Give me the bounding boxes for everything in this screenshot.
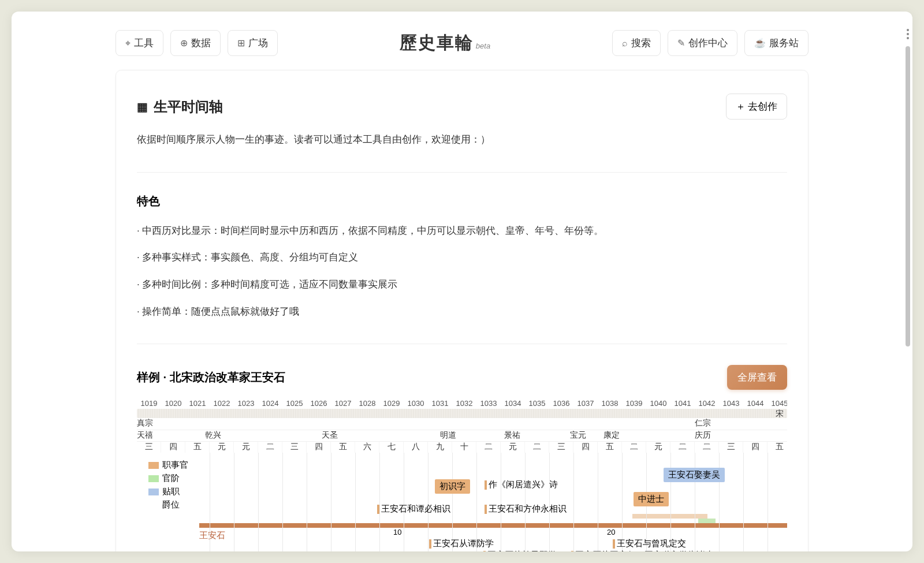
gridline [549,453,550,551]
nav-data-icon: ⊕ [180,38,188,49]
create-button-label: 去创作 [748,100,777,113]
ordinal-row: 三四五元元二三四五六七八九十二元二三四五二元二二三四五 [137,441,787,453]
gridline [258,453,259,551]
logo-text: 歷史車輪 [400,31,474,55]
gridline [282,453,283,551]
nav-search[interactable]: ⌕搜索 [612,30,661,56]
ordinal-label: 五 [331,442,355,453]
nav-data-label: 数据 [191,36,211,50]
year-label: 1044 [743,399,767,408]
year-label: 1030 [404,399,428,408]
ruler-band: 宋 [137,409,787,418]
timeline-event[interactable]: 王安石从杜子野学 [483,550,557,551]
emperor-row: 真宗仁宗 [137,418,787,430]
feature-item: 操作简单：随便点点鼠标就做好了哦 [137,304,787,320]
year-label: 1033 [476,399,501,408]
gridline [307,453,307,551]
ordinal-label: 元 [501,442,525,453]
gridline [573,453,574,551]
timeline-event[interactable]: 王安石与曾巩定交 [613,538,686,549]
event-label: 王安石和谭必相识 [381,504,450,514]
era-row: 天禧乾兴天圣明道景祐宝元康定庆历 [137,430,787,441]
year-label: 1022 [210,399,234,408]
nav-search-label: 搜索 [631,36,651,50]
content-card: ▦ 生平时间轴 ＋ 去创作 依据时间顺序展示人物一生的事迹。读者可以通过本工具自… [116,70,808,551]
nav-data[interactable]: ⊕数据 [170,30,221,56]
year-label: 1031 [428,399,452,408]
era-label: 天圣 [322,430,338,441]
nav-create-center[interactable]: ✎创作中心 [668,30,737,56]
nav-tools-label: 工具 [134,36,154,50]
ordinal-label: 三 [137,442,161,453]
gridline [622,453,623,551]
gridline [767,453,768,551]
legend-swatch [148,502,159,509]
nav-plaza-icon: ⊞ [237,38,245,49]
legend-swatch [148,475,159,482]
person-name-label: 王安石 [199,530,225,541]
gridline [598,453,598,551]
year-label: 1042 [695,399,719,408]
divider [137,344,787,344]
ordinal-label: 二 [258,442,282,453]
era-label: 天禧 [137,430,153,441]
timeline-icon: ▦ [137,100,148,114]
legend-item: 贴职 [148,486,188,497]
ordinal-label: 三 [719,442,743,453]
ordinal-label: 六 [355,442,379,453]
timeline-event[interactable]: 王安石从王安仁、王安道入学为诸生 [571,550,714,551]
year-label: 1036 [549,399,573,408]
timeline-event-box[interactable]: 王安石娶妻吴 [664,468,725,482]
timeline-event-box[interactable]: 中进士 [634,492,669,506]
ordinal-label: 五 [185,442,210,453]
gridline [355,453,356,551]
ordinal-label: 元 [210,442,234,453]
event-label: 王安石从杜子野学 [487,550,557,551]
year-label: 1025 [282,399,307,408]
ordinal-label: 三 [282,442,307,453]
year-label: 1043 [719,399,743,408]
legend-label: 爵位 [162,499,180,510]
feature-item: 多种事实样式：事实颜色、高度、分组均可自定义 [137,249,787,266]
gridline [210,453,210,551]
age-marker-10: 10 [393,528,401,536]
gridline [743,453,744,551]
gridline [428,453,429,551]
scrollbar[interactable] [906,46,910,540]
nav-service[interactable]: ☕服务站 [744,30,808,56]
logo[interactable]: 歷史車輪 beta [400,31,490,55]
create-button[interactable]: ＋ 去创作 [726,94,787,120]
ordinal-label: 元 [646,442,670,453]
legend-swatch [148,462,159,469]
timeline-event[interactable]: 王安石从谭防学 [429,538,494,549]
nav-plaza[interactable]: ⊞广场 [228,30,278,56]
ordinal-label: 四 [743,442,767,453]
event-tick-icon [571,551,573,551]
timeline-event[interactable]: 王安石和方仲永相识 [485,504,567,514]
emperor-label: 仁宗 [695,418,711,428]
age-marker-20: 20 [607,528,615,536]
nav-create-center-icon: ✎ [677,38,685,49]
fullscreen-button[interactable]: 全屏查看 [727,365,787,390]
page-title: ▦ 生平时间轴 [137,98,223,116]
event-label: 王安石和方仲永相识 [489,504,567,514]
timeline-event[interactable]: 王安石和谭必相识 [377,504,450,514]
legend: 职事官官阶贴职爵位 [148,460,188,513]
ordinal-label: 九 [428,442,452,453]
year-label: 1039 [622,399,646,408]
timeline-event[interactable]: 作《闲居遣兴》诗 [485,479,558,490]
gridline [501,453,501,551]
ordinal-label: 二 [622,442,646,453]
header: ⌖工具⊕数据⊞广场 歷史車輪 beta ⌕搜索✎创作中心☕服务站 [12,12,912,70]
nav-tools[interactable]: ⌖工具 [116,30,163,56]
rank-bar [698,519,716,523]
event-tick-icon [377,505,379,514]
ordinal-label: 五 [767,442,787,453]
event-label: 王安石与曾巩定交 [617,538,686,549]
legend-label: 职事官 [162,460,188,471]
ordinal-label: 四 [307,442,331,453]
timeline[interactable]: 1019102010211022102310241025102610271028… [137,399,787,551]
year-label: 1026 [307,399,331,408]
gridline [379,453,380,551]
timeline-event-box[interactable]: 初识字 [435,479,470,494]
